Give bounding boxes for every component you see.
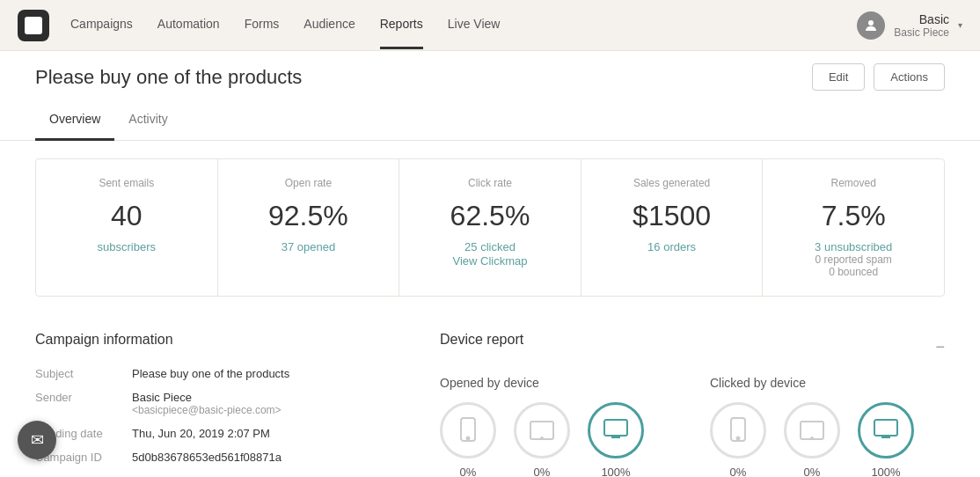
stat-removed-label: Removed	[780, 177, 926, 189]
clicked-icons-row: 0% 0%	[710, 402, 945, 477]
stat-bounced: 0 bounced	[780, 266, 926, 278]
svg-point-9	[811, 437, 813, 439]
campaign-info: Campaign information Subject Please buy …	[35, 332, 405, 477]
avatar	[857, 11, 885, 40]
mail-icon: ✉	[31, 430, 44, 450]
stat-sent-label: Sent emails	[54, 177, 200, 189]
opened-desktop1-pct: 100%	[601, 466, 630, 477]
user-info: Basic Basic Piece	[894, 12, 949, 39]
bottom-section: Campaign information Subject Please buy …	[0, 314, 980, 477]
user-name: Basic	[894, 12, 949, 26]
stat-open-label: Open rate	[236, 177, 382, 189]
opened-by-device-title: Opened by device	[440, 376, 675, 390]
subscribers-link[interactable]: subscribers	[98, 240, 156, 253]
svg-point-0	[868, 20, 874, 26]
stat-sales: Sales generated $1500 16 orders	[581, 159, 764, 296]
opened-mobile1: 0%	[440, 402, 496, 477]
opened-desktop1: 100%	[588, 402, 644, 477]
info-table: Subject Please buy one of the products S…	[35, 362, 405, 469]
stat-sent-emails: Sent emails 40 subscribers	[36, 159, 218, 296]
info-key-sender: Sender	[35, 391, 132, 416]
clicked-link[interactable]: 25 clicked	[464, 240, 516, 253]
nav-automation[interactable]: Automation	[157, 1, 220, 49]
actions-button[interactable]: Actions	[874, 63, 945, 91]
campaign-info-title: Campaign information	[35, 332, 405, 348]
info-row-date: Sending date Thu, Jun 20, 2019 2:07 PM	[35, 422, 405, 445]
desktop1-icon	[588, 402, 644, 459]
device-report-header: Device report −	[440, 332, 945, 362]
clicked-by-device-title: Clicked by device	[710, 376, 945, 390]
clicked-tablet1-pct: 0%	[804, 466, 821, 477]
floating-mail-button[interactable]: ✉	[18, 421, 56, 459]
clicked-mobile1-pct: 0%	[730, 466, 747, 477]
opened-tablet1-pct: 0%	[534, 466, 551, 477]
opened-tablet1: 0%	[514, 402, 570, 477]
info-row-id: Campaign ID 5d0b83678653ed561f08871a	[35, 445, 405, 469]
page-header: Please buy one of the products Edit Acti…	[0, 51, 980, 91]
edit-button[interactable]: Edit	[812, 63, 865, 91]
top-nav: Campaigns Automation Forms Audience Repo…	[0, 0, 980, 51]
device-report-toggle[interactable]: −	[935, 338, 945, 356]
opened-by-device: Opened by device 0%	[440, 376, 675, 477]
nav-campaigns[interactable]: Campaigns	[70, 1, 133, 49]
tab-overview[interactable]: Overview	[35, 99, 114, 141]
svg-point-2	[467, 437, 470, 440]
clicked-tablet1: 0%	[784, 402, 840, 477]
stat-click-value: 62.5%	[417, 200, 563, 232]
info-val-sender-name: Basic Piece	[132, 391, 282, 404]
opened-link[interactable]: 37 opened	[282, 240, 335, 253]
clicked-tablet1-icon	[784, 402, 840, 459]
stats-section: Sent emails 40 subscribers Open rate 92.…	[0, 141, 980, 314]
logo-inner	[25, 17, 42, 34]
logo	[18, 10, 49, 41]
svg-rect-5	[604, 420, 627, 436]
info-val-sender-group: Basic Piece <basicpiece@basic-piece.com>	[132, 391, 282, 416]
info-val-sender-email: <basicpiece@basic-piece.com>	[132, 404, 282, 416]
clicked-mobile1-icon	[710, 402, 766, 459]
stat-click-label: Click rate	[417, 177, 563, 189]
svg-rect-10	[874, 420, 897, 436]
info-val-id: 5d0b83678653ed561f08871a	[132, 451, 282, 464]
clicked-desktop1: 100%	[858, 402, 914, 477]
mobile1-icon	[440, 402, 496, 459]
header-actions: Edit Actions	[812, 63, 945, 91]
device-report: Device report − Opened by device	[440, 332, 945, 477]
svg-point-7	[737, 437, 740, 440]
chevron-down-icon: ▾	[958, 20, 962, 30]
view-clickmap-link[interactable]: View Clickmap	[452, 254, 527, 268]
stat-click-rate: Click rate 62.5% 25 clicked View Clickma…	[399, 159, 581, 296]
stat-sales-label: Sales generated	[599, 177, 745, 189]
nav-reports[interactable]: Reports	[380, 1, 423, 49]
nav-forms[interactable]: Forms	[245, 1, 280, 49]
tablet1-icon	[514, 402, 570, 459]
tabs: Overview Activity	[0, 99, 980, 141]
clicked-by-device: Clicked by device 0%	[710, 376, 945, 477]
clicked-mobile1: 0%	[710, 402, 766, 477]
stat-removed: Removed 7.5% 3 unsubscribed 0 reported s…	[763, 159, 944, 296]
device-columns: Opened by device 0%	[440, 376, 945, 477]
unsubscribed-link[interactable]: 3 unsubscribed	[815, 240, 892, 253]
info-row-subject: Subject Please buy one of the products	[35, 362, 405, 385]
device-report-title: Device report	[440, 332, 523, 348]
clicked-desktop1-icon	[858, 402, 914, 459]
stats-row: Sent emails 40 subscribers Open rate 92.…	[35, 158, 945, 297]
page-content: Please buy one of the products Edit Acti…	[0, 51, 980, 477]
stat-removed-value: 7.5%	[780, 200, 926, 232]
orders-link[interactable]: 16 orders	[647, 240, 696, 253]
info-key-subject: Subject	[35, 367, 132, 380]
page-title: Please buy one of the products	[35, 66, 302, 89]
tab-activity[interactable]: Activity	[114, 99, 181, 141]
nav-user[interactable]: Basic Basic Piece ▾	[857, 11, 962, 40]
stat-spam: 0 reported spam	[780, 253, 926, 266]
info-val-date: Thu, Jun 20, 2019 2:07 PM	[132, 427, 270, 440]
opened-mobile1-pct: 0%	[460, 466, 477, 477]
stat-sent-value: 40	[54, 200, 200, 232]
info-row-sender: Sender Basic Piece <basicpiece@basic-pie…	[35, 385, 405, 422]
opened-icons-row: 0% 0%	[440, 402, 675, 477]
nav-audience[interactable]: Audience	[304, 1, 355, 49]
stat-sales-value: $1500	[599, 200, 745, 232]
clicked-desktop1-pct: 100%	[871, 466, 900, 477]
stat-open-value: 92.5%	[236, 200, 382, 232]
nav-links: Campaigns Automation Forms Audience Repo…	[70, 1, 857, 49]
nav-liveview[interactable]: Live View	[448, 1, 501, 49]
